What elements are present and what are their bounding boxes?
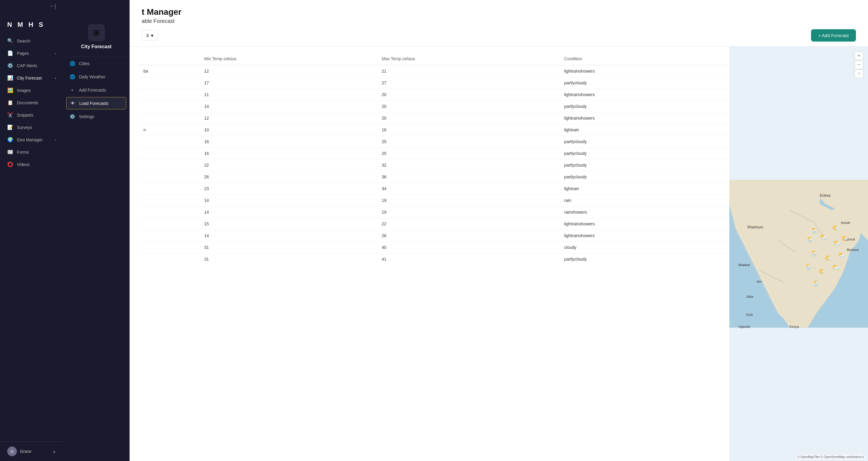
table-row: 14 20 partlycloudy bbox=[138, 101, 730, 113]
row-label bbox=[138, 206, 199, 218]
row-min-temp: 15 bbox=[199, 218, 377, 230]
weather-icon-11: 🌤️ bbox=[818, 268, 826, 275]
submenu-item-daily-weather[interactable]: 🌐 Daily Weather bbox=[63, 70, 129, 84]
map-container: Khartoum Eritrea Assab Djibouti Berbera … bbox=[730, 47, 868, 461]
sidebar-item-geo-manager[interactable]: 🌍 Geo Manager › bbox=[0, 133, 63, 146]
sidebar: ←| N M H S 🔍 Search 📄 Pages › ⚙️ CAP Ale… bbox=[0, 0, 63, 461]
gear-icon: ⚙️ bbox=[69, 114, 75, 119]
row-label bbox=[138, 159, 199, 171]
add-icon: + bbox=[69, 87, 75, 92]
row-max-temp: 34 bbox=[377, 183, 560, 195]
table-row: 14 26 lightrainshowers bbox=[138, 230, 730, 242]
submenu-item-label: Daily Weather bbox=[79, 74, 105, 79]
table-row: 31 40 cloudy bbox=[138, 242, 730, 253]
weather-icon-13: 🌦️ bbox=[812, 280, 820, 287]
year-select[interactable]: 3 ▾ bbox=[142, 30, 158, 41]
videos-icon: ⭕ bbox=[7, 161, 13, 167]
row-max-temp: 32 bbox=[377, 159, 560, 171]
map-label-kenya: Kenya bbox=[789, 325, 799, 329]
sidebar-item-label: Images bbox=[17, 88, 31, 93]
page-toolbar: 3 ▾ + Add Forecast bbox=[142, 29, 856, 47]
row-condition: rain bbox=[559, 195, 730, 206]
submenu-item-cities[interactable]: 🌐 Cities bbox=[63, 57, 129, 70]
chevron-right-icon: › bbox=[55, 138, 56, 142]
weather-icon-9: ⛅ bbox=[838, 251, 845, 258]
sidebar-item-label: Forms bbox=[17, 150, 29, 155]
images-icon: 🖼️ bbox=[7, 87, 13, 93]
sidebar-item-pages[interactable]: 📄 Pages › bbox=[0, 47, 63, 59]
map-label-khartoum: Khartoum bbox=[747, 225, 763, 229]
map-label-berbera: Berbera bbox=[847, 248, 859, 252]
submenu-item-load-forecasts[interactable]: 👁 Load Forecasts bbox=[66, 97, 126, 110]
map-area: Khartoum Eritrea Assab Djibouti Berbera … bbox=[730, 47, 868, 461]
cap-alerts-icon: ⚙️ bbox=[7, 63, 13, 68]
collapse-sidebar-button[interactable]: ←| bbox=[0, 0, 63, 12]
submenu-header-icon: ⊞ bbox=[88, 24, 105, 41]
row-max-temp: 20 bbox=[377, 101, 560, 113]
sidebar-item-label: Snippets bbox=[17, 113, 33, 118]
row-max-temp: 36 bbox=[377, 171, 560, 183]
row-min-temp: 14 bbox=[199, 101, 377, 113]
table-row: 16 25 partlycloudy bbox=[138, 148, 730, 159]
col-header-condition: Condition bbox=[559, 53, 730, 65]
add-forecast-button[interactable]: + Add Forecast bbox=[811, 29, 856, 41]
sidebar-item-videos[interactable]: ⭕ Videos bbox=[0, 158, 63, 171]
weather-icon-8: 🌤️ bbox=[824, 254, 832, 262]
row-label bbox=[138, 113, 199, 124]
map-controls: + − ↑ bbox=[855, 52, 863, 78]
row-max-temp: 19 bbox=[377, 206, 560, 218]
weather-icon-7: 🌦️ bbox=[811, 250, 818, 257]
col-header-max-temp: Max Temp celsius bbox=[377, 53, 560, 65]
row-min-temp: 12 bbox=[199, 65, 377, 77]
map-label-malakal: Malakal bbox=[738, 263, 750, 267]
row-condition: partlycloudy bbox=[559, 253, 730, 265]
reset-north-button[interactable]: ↑ bbox=[855, 70, 863, 78]
row-condition: lightrain bbox=[559, 124, 730, 136]
map-label-dan: dan bbox=[756, 280, 762, 283]
sidebar-item-city-forecast[interactable]: 📊 City Forecast ‹ bbox=[0, 72, 63, 84]
col-header-empty bbox=[138, 53, 199, 65]
row-condition: lightrain bbox=[559, 183, 730, 195]
documents-icon: 📋 bbox=[7, 100, 13, 105]
row-condition: lightrainshowers bbox=[559, 218, 730, 230]
sidebar-item-surveys[interactable]: 📝 Surveys bbox=[0, 121, 63, 133]
sidebar-item-search[interactable]: 🔍 Search bbox=[0, 35, 63, 47]
row-min-temp: 12 bbox=[199, 113, 377, 124]
table-row: 15 22 lightrainshowers bbox=[138, 218, 730, 230]
table-row: 12 20 lightrainshowers bbox=[138, 113, 730, 124]
row-label bbox=[138, 171, 199, 183]
sidebar-item-label: Search bbox=[17, 38, 30, 43]
table-row: 31 41 partlycloudy bbox=[138, 253, 730, 265]
submenu-item-add-forecasts[interactable]: + Add Forecasts bbox=[63, 84, 129, 96]
row-max-temp: 19 bbox=[377, 195, 560, 206]
row-max-temp: 25 bbox=[377, 136, 560, 148]
row-min-temp: 17 bbox=[199, 77, 377, 89]
sidebar-item-images[interactable]: 🖼️ Images bbox=[0, 84, 63, 96]
submenu-item-label: Load Forecasts bbox=[79, 101, 108, 106]
chevron-down-icon: ▾ bbox=[151, 33, 153, 38]
sidebar-item-label: Surveys bbox=[17, 125, 32, 130]
row-max-temp: 41 bbox=[377, 253, 560, 265]
page-header: t Manager able Forecast 3 ▾ + Add Foreca… bbox=[130, 0, 868, 47]
row-max-temp: 26 bbox=[377, 230, 560, 242]
row-min-temp: 26 bbox=[199, 171, 377, 183]
submenu-item-settings[interactable]: ⚙️ Settings bbox=[63, 110, 129, 123]
sidebar-footer[interactable]: G Grace ▲ bbox=[0, 441, 63, 461]
sidebar-item-documents[interactable]: 📋 Documents bbox=[0, 96, 63, 109]
zoom-in-button[interactable]: + bbox=[855, 52, 863, 60]
table-row: 14 19 rain bbox=[138, 195, 730, 206]
map-svg: Khartoum Eritrea Assab Djibouti Berbera … bbox=[730, 47, 868, 461]
surveys-icon: 📝 bbox=[7, 124, 13, 130]
col-header-min-temp: Min Temp celsius bbox=[199, 53, 377, 65]
forecast-table: Min Temp celsius Max Temp celsius Condit… bbox=[138, 53, 730, 265]
weather-icon-4: 🌦️ bbox=[806, 236, 814, 243]
submenu-item-label: Settings bbox=[79, 114, 94, 119]
sidebar-item-forms[interactable]: 📰 Forms bbox=[0, 146, 63, 158]
weather-icon-2: ⛅ bbox=[820, 233, 827, 241]
table-row: 17 27 partlycloudy bbox=[138, 77, 730, 89]
zoom-out-button[interactable]: − bbox=[855, 61, 863, 69]
row-condition: lightrainshowers bbox=[559, 65, 730, 77]
sidebar-item-cap-alerts[interactable]: ⚙️ CAP Alerts bbox=[0, 59, 63, 72]
sidebar-item-snippets[interactable]: ✂️ Snippets bbox=[0, 109, 63, 121]
map-label-assab: Assab bbox=[841, 221, 850, 224]
